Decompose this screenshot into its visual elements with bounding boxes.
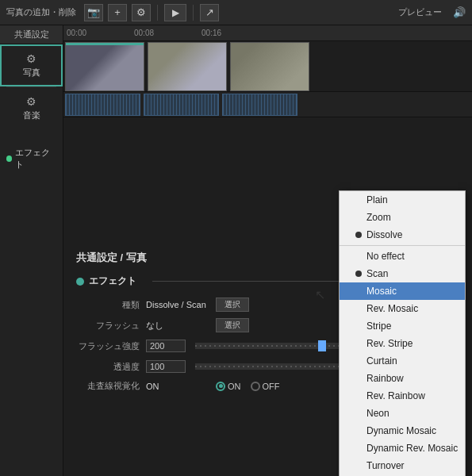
- gear-icon-2: ⚙: [26, 95, 36, 108]
- dropdown-item[interactable]: Dissolve: [340, 226, 465, 244]
- dot-marker: [355, 428, 362, 434]
- dropdown-item[interactable]: Scan: [340, 265, 465, 282]
- sidebar-item-music[interactable]: ⚙ 音楽: [0, 87, 63, 129]
- type-select-button[interactable]: 選択: [216, 298, 249, 312]
- dot-marker: [355, 323, 362, 329]
- param-value-flash: なし: [146, 320, 209, 332]
- dot-marker: [355, 288, 362, 294]
- toolbar: 写真の追加・削除 📷 + ⚙ ▶ ↗ プレビュー 🔊: [0, 0, 472, 25]
- dropdown-item-label: Rev. Mosaic: [366, 303, 418, 314]
- flash-strength-input[interactable]: [146, 340, 186, 352]
- audio-block-2[interactable]: [144, 94, 219, 116]
- radio-off-label: OFF: [263, 382, 280, 391]
- param-label-scanline: 走査線視覚化: [76, 380, 140, 392]
- dot-marker: [355, 393, 362, 399]
- param-label-opacity: 透過度: [76, 361, 140, 373]
- dropdown-item-label: Turnover: [366, 460, 405, 471]
- toolbar-separator-2: [193, 5, 194, 21]
- ruler-mark-0: 00:00: [67, 29, 86, 37]
- music-label: 音楽: [23, 109, 40, 121]
- radio-off[interactable]: OFF: [251, 382, 280, 391]
- ruler-mark-2: 00:16: [201, 29, 221, 37]
- dot-marker: [355, 305, 362, 312]
- waveform-2: [144, 94, 218, 115]
- photo-label: 写真: [23, 67, 40, 79]
- dropdown-item[interactable]: Dynamic Mosaic: [340, 422, 465, 440]
- dropdown-item-label: Plain: [366, 194, 388, 205]
- export-button[interactable]: ↗: [200, 4, 219, 21]
- settings-button[interactable]: ⚙: [132, 4, 151, 21]
- add-delete-label: 写真の追加・削除: [6, 6, 76, 18]
- dropdown-item-label: Mosaic: [366, 286, 397, 297]
- dropdown-item-label: Zoom: [366, 212, 391, 223]
- sidebar: 共通設定 ⚙ 写真 ⚙ 音楽 エフェクト: [0, 25, 63, 476]
- toolbar-separator: [157, 5, 158, 21]
- add-photo-button[interactable]: 📷: [84, 4, 103, 21]
- dot-marker: [355, 375, 362, 382]
- dropdown-item[interactable]: Zoom: [340, 209, 465, 226]
- gear-icon: ⚙: [26, 52, 36, 65]
- dot-marker: [355, 232, 362, 238]
- audio-block-3[interactable]: [222, 94, 297, 116]
- effect-title: エフェクト: [89, 274, 136, 288]
- photo-thumb-3[interactable]: [230, 42, 309, 91]
- add-button[interactable]: +: [108, 4, 127, 21]
- play-button[interactable]: ▶: [164, 4, 186, 21]
- waveform-3: [223, 94, 297, 115]
- photo-track-row: [63, 41, 472, 92]
- dot-marker: [355, 340, 362, 347]
- ruler-mark-1: 00:08: [134, 29, 154, 37]
- param-value-type: Dissolve / Scan: [146, 300, 209, 309]
- dropdown-item[interactable]: Plain: [340, 191, 465, 209]
- dropdown-item-label: Dynamic Mosaic: [366, 425, 436, 436]
- dropdown-item-label: Neon: [366, 408, 389, 419]
- waveform-1: [66, 94, 140, 115]
- dropdown-item[interactable]: Stripe: [340, 317, 465, 335]
- dropdown-item-label: Scan: [366, 268, 388, 279]
- dropdown-item-label: No effect: [366, 251, 405, 262]
- photo-thumb-1[interactable]: [65, 42, 144, 91]
- audio-block-1[interactable]: [65, 94, 140, 116]
- dropdown-item[interactable]: Turnover: [340, 457, 465, 474]
- opacity-input[interactable]: [146, 360, 186, 373]
- effect-label: エフェクト: [6, 147, 56, 171]
- param-label-flash-strength: フラッシュ強度: [76, 340, 140, 352]
- thumb-image-1: [66, 43, 144, 90]
- dot-marker: [355, 197, 362, 203]
- slider-handle[interactable]: [318, 340, 326, 351]
- timeline-ruler: 00:00 00:08 00:16: [63, 25, 472, 41]
- dot-marker: [355, 410, 362, 416]
- dot-marker: [355, 271, 362, 277]
- sidebar-item-photo[interactable]: ⚙ 写真: [0, 44, 63, 86]
- dropdown-item[interactable]: Curtain: [340, 352, 465, 370]
- thumb-image-2: [148, 43, 226, 90]
- dropdown-item-label: Dynamic Rev. Mosaic: [366, 443, 458, 454]
- dropdown-item[interactable]: Neon: [340, 405, 465, 422]
- param-label-flash: フラッシュ: [76, 320, 140, 332]
- dropdown-separator: [340, 245, 465, 246]
- dropdown-menu: PlainZoomDissolveNo effectScanMosaicRev.…: [339, 190, 466, 476]
- dot-marker: [355, 358, 362, 364]
- dropdown-item-label: Curtain: [366, 355, 397, 367]
- dropdown-item-label: Rev. Rainbow: [366, 390, 425, 401]
- photo-thumb-2[interactable]: [148, 42, 227, 91]
- effect-dot: [6, 155, 12, 162]
- dropdown-item[interactable]: Rainbow: [340, 370, 465, 387]
- dropdown-item[interactable]: No effect: [340, 248, 465, 265]
- flash-select-button[interactable]: 選択: [216, 318, 249, 332]
- radio-on[interactable]: ON: [216, 382, 241, 391]
- dropdown-item[interactable]: Dynamic Rev. Mosaic: [340, 440, 465, 457]
- radio-circle-off: [251, 382, 260, 391]
- dropdown-item[interactable]: Rev. Stripe: [340, 335, 465, 352]
- dot-marker: [355, 445, 362, 451]
- dropdown-item-label: Rainbow: [366, 373, 404, 384]
- dropdown-item[interactable]: Rev. Mosaic: [340, 300, 465, 317]
- dropdown-item-label: Stripe: [366, 321, 391, 332]
- dot-marker: [355, 214, 362, 221]
- radio-circle-on: [216, 382, 225, 391]
- thumb-green-bar: [66, 43, 144, 45]
- radio-group-scanline: ON OFF: [216, 382, 280, 391]
- dropdown-item[interactable]: Mosaic: [340, 282, 465, 300]
- dropdown-item[interactable]: Rev. Rainbow: [340, 387, 465, 405]
- volume-icon[interactable]: 🔊: [453, 6, 466, 18]
